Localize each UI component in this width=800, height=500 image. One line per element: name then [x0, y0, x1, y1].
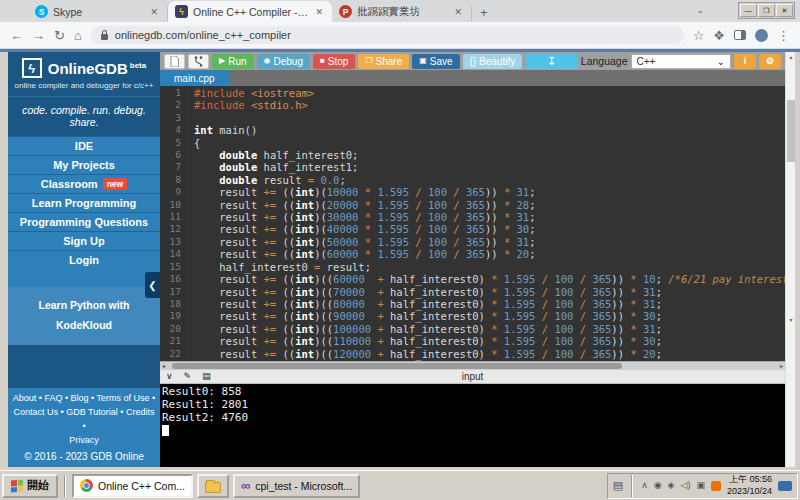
- bolt-logo-icon: ϟ: [22, 58, 42, 78]
- input-label: input: [160, 371, 785, 382]
- task-chrome[interactable]: Online C++ Com...: [72, 474, 193, 498]
- language-label: Language: [581, 55, 628, 67]
- console-output-lines: Result0: 858Result1: 2801Result2: 4760: [162, 385, 785, 424]
- save-button[interactable]: ▣Save: [412, 54, 459, 69]
- tray-app-icon[interactable]: ◉: [654, 481, 662, 490]
- save-icon: ▣: [419, 57, 427, 65]
- language-indicator-icon[interactable]: [778, 481, 792, 491]
- settings-gear-button[interactable]: ⚙: [759, 54, 781, 69]
- browser-menu-icon[interactable]: ⋮: [777, 29, 790, 42]
- stop-icon: ■: [320, 57, 325, 65]
- windows-logo-icon: [11, 479, 23, 492]
- code-editor[interactable]: 1234567891011121314151617181920212223 #i…: [160, 86, 785, 361]
- skype-icon: S: [35, 5, 48, 18]
- chevron-down-icon: ⌄: [716, 56, 724, 67]
- sidebar-footer-links[interactable]: About • FAQ • Blog • Terms of Use • Cont…: [8, 388, 160, 467]
- fork-project-button[interactable]: [188, 54, 209, 69]
- close-tab-icon[interactable]: ✕: [148, 7, 160, 17]
- file-tab-main-cpp[interactable]: main.cpp: [160, 70, 229, 86]
- fork-icon: [194, 56, 203, 67]
- line-number-gutter: 1234567891011121314151617181920212223: [160, 86, 186, 361]
- stop-button[interactable]: ■Stop: [313, 54, 355, 69]
- brand-subtitle: online compiler and debugger for c/c++: [11, 81, 157, 90]
- share-button[interactable]: ❒Share: [358, 54, 409, 69]
- profile-avatar-icon[interactable]: [755, 29, 768, 42]
- reload-icon[interactable]: ↻: [54, 29, 65, 42]
- kodekloud-ad[interactable]: Learn Python with KodeKloud: [8, 287, 160, 345]
- ide-main: ▶Run ◉Debug ■Stop ❒Share ▣Save {} Beauti…: [160, 52, 785, 467]
- sidebar-collapse-handle[interactable]: ❮: [145, 272, 160, 298]
- close-button[interactable]: ✕: [776, 4, 793, 17]
- chrome-icon: [80, 479, 93, 492]
- scrollbar-thumb[interactable]: [787, 100, 795, 162]
- sidebar-item-ide[interactable]: IDE: [8, 136, 160, 155]
- tab-onlinegdb[interactable]: ϟ Online C++ Compiler - online editor ✕: [168, 1, 332, 22]
- restore-button[interactable]: ❐: [758, 4, 775, 17]
- tagline: code. compile. run. debug. share.: [8, 96, 160, 136]
- code-lines[interactable]: #include <iostream>#include <stdio.h> in…: [186, 86, 785, 361]
- task-visual-studio[interactable]: ∞ cpi_test - Microsoft...: [233, 474, 360, 498]
- file-tabstrip: main.cpp: [160, 70, 785, 86]
- info-button[interactable]: i: [734, 54, 756, 69]
- language-select[interactable]: C++⌄: [631, 54, 731, 69]
- clock[interactable]: 上午 05:56 2023/10/24: [727, 474, 772, 497]
- volume-icon[interactable]: ◁): [681, 481, 691, 490]
- tab-skype[interactable]: S Skype ✕: [28, 1, 168, 22]
- window-border: [795, 52, 800, 467]
- url-bar[interactable]: onlinegdb.com/online_c++_compiler: [91, 26, 684, 44]
- debug-icon: ◉: [264, 57, 271, 65]
- hide-icons-chevron[interactable]: ∧: [641, 481, 648, 490]
- home-icon[interactable]: ⌂: [74, 29, 82, 42]
- close-tab-icon[interactable]: ✕: [313, 7, 325, 17]
- copyright: © 2016 - 2023 GDB Online: [11, 449, 157, 465]
- network-icon[interactable]: ▣: [696, 481, 705, 490]
- new-file-button[interactable]: [164, 54, 185, 69]
- forward-icon[interactable]: →: [32, 29, 45, 42]
- new-tab-button[interactable]: +: [472, 3, 496, 22]
- system-tray: ▤ ∧ ◉ ◈ ◁) ▣ 上午 05:56 2023/10/24: [607, 473, 798, 499]
- sidebar-item-sign-up[interactable]: Sign Up: [8, 231, 160, 250]
- start-button[interactable]: 開始: [2, 474, 58, 498]
- sidebar-item-classroom[interactable]: Classroomnew: [8, 174, 160, 193]
- beautify-button[interactable]: {} Beautify: [463, 54, 523, 69]
- minimize-button[interactable]: —: [740, 4, 757, 17]
- output-console[interactable]: Result0: 858Result1: 2801Result2: 4760: [160, 384, 785, 467]
- visual-studio-icon: ∞: [241, 479, 250, 492]
- scrollbar-thumb[interactable]: [172, 363, 622, 369]
- console-toolbar: ∨ ✎ ▤ input: [160, 370, 785, 384]
- window-controls: — ❐ ✕: [738, 2, 795, 19]
- bookmark-star-icon[interactable]: ☆: [693, 29, 705, 42]
- new-badge: new: [103, 178, 128, 190]
- debug-button[interactable]: ◉Debug: [257, 54, 310, 69]
- sidebar-item-learn-programming[interactable]: Learn Programming: [8, 193, 160, 212]
- run-button[interactable]: ▶Run: [212, 54, 254, 69]
- task-folder[interactable]: [197, 474, 229, 498]
- printer-icon[interactable]: ▤: [613, 480, 623, 491]
- extensions-icon[interactable]: ❖: [713, 29, 725, 42]
- page-vertical-scrollbar[interactable]: ▴ ▾: [785, 52, 795, 467]
- sidebar-item-login[interactable]: Login: [8, 250, 160, 269]
- download-button[interactable]: ↧: [525, 54, 578, 69]
- lock-icon: [101, 34, 108, 40]
- taskbar-divider: [64, 475, 66, 497]
- tab-title: Skype: [53, 6, 143, 18]
- back-icon[interactable]: ←: [10, 29, 23, 42]
- close-tab-icon[interactable]: ✕: [452, 7, 464, 17]
- onlinegdb-favicon: ϟ: [175, 5, 188, 18]
- folder-icon: [205, 482, 221, 493]
- brand-name: OnlineGDBbeta: [48, 60, 146, 77]
- beta-badge: beta: [130, 61, 146, 70]
- side-panel-icon[interactable]: [734, 30, 746, 40]
- tab-ptt[interactable]: P 批踢踢實業坊 ✕: [332, 1, 472, 22]
- chevron-down-icon[interactable]: ⌄: [696, 5, 704, 15]
- sidebar-header: ϟ OnlineGDBbeta online compiler and debu…: [8, 52, 160, 96]
- console-cursor: [162, 425, 169, 436]
- tray-app-icon[interactable]: ◈: [668, 481, 675, 490]
- security-tray-icon[interactable]: [711, 481, 721, 491]
- tab-title: Online C++ Compiler - online editor: [193, 6, 308, 18]
- browser-tabstrip: S Skype ✕ ϟ Online C++ Compiler - online…: [0, 0, 800, 22]
- windows-taskbar: 開始 Online C++ Com... ∞ cpi_test - Micros…: [0, 470, 800, 500]
- sidebar-item-programming-questions[interactable]: Programming Questions: [8, 212, 160, 231]
- editor-horizontal-scrollbar[interactable]: ◂ ▸: [160, 361, 785, 370]
- sidebar-item-my-projects[interactable]: My Projects: [8, 155, 160, 174]
